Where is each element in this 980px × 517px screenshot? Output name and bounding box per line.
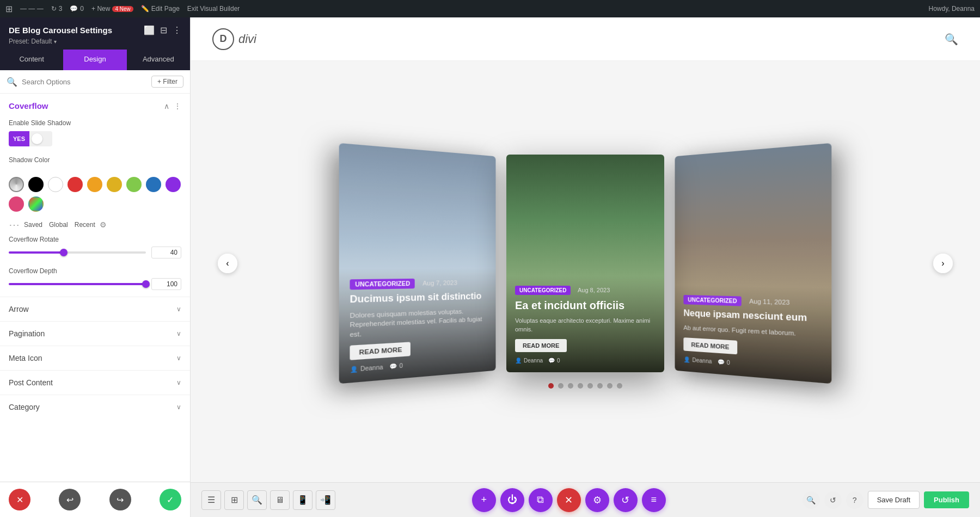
- admin-bar-refresh[interactable]: ↻ 3: [51, 5, 63, 13]
- meta-icon-section: Meta Icon ∨: [0, 346, 190, 370]
- dot-5[interactable]: [587, 383, 593, 389]
- admin-bar-edit-page[interactable]: ✏️ Edit Page: [141, 5, 180, 13]
- toolbar-add-button[interactable]: +: [472, 488, 496, 512]
- enable-slide-shadow-toggle[interactable]: YES: [9, 131, 52, 146]
- toolbar-delete-button[interactable]: ✕: [557, 488, 581, 512]
- toolbar-tablet-button[interactable]: 📱: [293, 490, 313, 510]
- toolbar-zoom-icon[interactable]: 🔍: [803, 491, 820, 509]
- card-left-date: Aug 7, 2023: [422, 279, 457, 287]
- admin-bar: ⊞ — — — ↻ 3 💬 0 + New 4 New ✏️ Edit Page…: [0, 0, 980, 17]
- tab-recent[interactable]: Recent: [75, 221, 95, 229]
- color-swatch-yellow[interactable]: [107, 177, 122, 192]
- admin-bar-exit-builder[interactable]: Exit Visual Builder: [187, 5, 240, 13]
- card-center-category: UNCATEGORIZED: [515, 286, 571, 295]
- dot-1[interactable]: [548, 383, 554, 389]
- coverflow-options-icon[interactable]: ⋮: [174, 102, 181, 110]
- color-swatch-purple[interactable]: [166, 177, 181, 192]
- enable-slide-shadow-row: Enable Slide Shadow YES: [0, 116, 190, 153]
- toolbar-hamburger-button[interactable]: ☰: [201, 490, 221, 510]
- coverflow-depth-value[interactable]: 100: [151, 278, 181, 290]
- toolbar-search-button[interactable]: 🔍: [247, 490, 267, 510]
- sidebar-redo-button[interactable]: ↪: [109, 489, 131, 510]
- wp-logo-icon[interactable]: ⊞: [5, 4, 13, 14]
- toolbar-settings-button[interactable]: ⚙: [585, 488, 609, 512]
- carousel-card-center: UNCATEGORIZED Aug 8, 2023 Ea et incidunt…: [506, 155, 664, 372]
- toolbar-grid-button[interactable]: ⊞: [224, 490, 244, 510]
- coverflow-rotate-fill: [9, 251, 64, 254]
- carousel-prev-button[interactable]: ‹: [218, 254, 237, 273]
- toolbar-more-button[interactable]: ≡: [642, 488, 666, 512]
- main-layout: DE Blog Carousel Settings ⬜ ⊟ ⋮ Preset: …: [0, 17, 980, 517]
- toggle-yes-label: YES: [9, 131, 29, 146]
- arrow-chevron-icon: ∨: [176, 305, 181, 313]
- coverflow-depth-thumb[interactable]: [142, 280, 150, 288]
- pagination-section: Pagination ∨: [0, 321, 190, 346]
- dot-6[interactable]: [597, 383, 603, 389]
- card-right-read-more[interactable]: READ MORE: [683, 337, 737, 354]
- category-section-title: Category: [9, 403, 40, 411]
- card-left-read-more[interactable]: READ MORE: [350, 342, 411, 360]
- admin-bar-site-name[interactable]: — — —: [20, 5, 44, 13]
- color-swatch-white[interactable]: [48, 177, 63, 192]
- toolbar-help-icon[interactable]: ?: [846, 491, 863, 509]
- card-center-read-more[interactable]: READ MORE: [515, 339, 567, 352]
- toolbar-desktop-button[interactable]: 🖥: [270, 490, 290, 510]
- toolbar-duplicate-button[interactable]: ⧉: [529, 488, 553, 512]
- sidebar-cancel-button[interactable]: ✕: [9, 489, 30, 510]
- tab-design[interactable]: Design: [63, 50, 126, 70]
- card-left-category: UNCATEGORIZED: [350, 279, 415, 290]
- divi-logo: D divi: [212, 28, 256, 50]
- search-input[interactable]: [22, 78, 147, 86]
- post-content-section-header[interactable]: Post Content ∨: [0, 371, 190, 395]
- color-swatch-blue[interactable]: [146, 177, 161, 192]
- color-swatch-custom[interactable]: [28, 196, 44, 212]
- coverflow-rotate-thumb[interactable]: [60, 249, 68, 256]
- coverflow-collapse-icon[interactable]: ∧: [164, 102, 169, 110]
- dot-7[interactable]: [607, 383, 612, 389]
- carousel-next-button[interactable]: ›: [933, 254, 953, 273]
- sidebar-preset[interactable]: Preset: Default ▾: [9, 38, 181, 45]
- sidebar-confirm-button[interactable]: ✓: [160, 489, 181, 510]
- card-left-author: 👤 Deanna: [350, 364, 383, 373]
- divi-search-icon[interactable]: 🔍: [945, 33, 958, 46]
- dot-2[interactable]: [558, 383, 564, 389]
- color-swatch-green[interactable]: [126, 177, 142, 192]
- color-swatch-pink[interactable]: [9, 196, 24, 212]
- admin-bar-comments[interactable]: 💬 0: [70, 5, 84, 13]
- sidebar-icon-split[interactable]: ⊟: [160, 25, 167, 35]
- category-section-header[interactable]: Category ∨: [0, 395, 190, 419]
- tab-saved[interactable]: Saved: [24, 221, 42, 229]
- dot-4[interactable]: [578, 383, 583, 389]
- color-swatch-gradient[interactable]: [9, 177, 24, 192]
- color-swatch-black[interactable]: [28, 177, 44, 192]
- coverflow-rotate-track[interactable]: [9, 251, 146, 254]
- meta-icon-section-header[interactable]: Meta Icon ∨: [0, 346, 190, 370]
- coverflow-section-header[interactable]: Coverflow ∧ ⋮: [0, 94, 190, 116]
- toolbar-mobile-button[interactable]: 📲: [316, 490, 335, 510]
- color-settings-icon[interactable]: ⚙: [100, 220, 107, 229]
- tab-global[interactable]: Global: [49, 221, 68, 229]
- toolbar-power-button[interactable]: ⏻: [500, 488, 524, 512]
- publish-button[interactable]: Publish: [924, 491, 969, 508]
- sidebar-icon-more[interactable]: ⋮: [173, 25, 181, 35]
- save-draft-button[interactable]: Save Draft: [868, 491, 920, 509]
- toolbar-responsive-icon[interactable]: ↺: [824, 491, 842, 509]
- filter-button[interactable]: + Filter: [151, 76, 183, 88]
- coverflow-depth-track[interactable]: [9, 283, 146, 285]
- tab-content[interactable]: Content: [0, 50, 63, 70]
- toolbar-history-button[interactable]: ↺: [614, 488, 638, 512]
- color-swatch-orange[interactable]: [87, 177, 102, 192]
- search-icon: 🔍: [7, 77, 17, 87]
- tab-advanced[interactable]: Advanced: [127, 50, 190, 70]
- sidebar-undo-button[interactable]: ↩: [59, 489, 81, 510]
- admin-bar-new[interactable]: + New 4 New: [91, 5, 133, 13]
- coverflow-rotate-value[interactable]: 40: [151, 247, 181, 258]
- sidebar-icon-copy[interactable]: ⬜: [144, 25, 155, 35]
- color-swatch-extra-row: ⋯ Saved Global Recent ⚙: [0, 216, 190, 233]
- pagination-section-header[interactable]: Pagination ∨: [0, 322, 190, 346]
- dot-8[interactable]: [617, 383, 622, 389]
- dot-3[interactable]: [568, 383, 573, 389]
- color-swatch-red[interactable]: [68, 177, 83, 192]
- card-center-comments: 💬 0: [548, 358, 560, 364]
- arrow-section-header[interactable]: Arrow ∨: [0, 297, 190, 321]
